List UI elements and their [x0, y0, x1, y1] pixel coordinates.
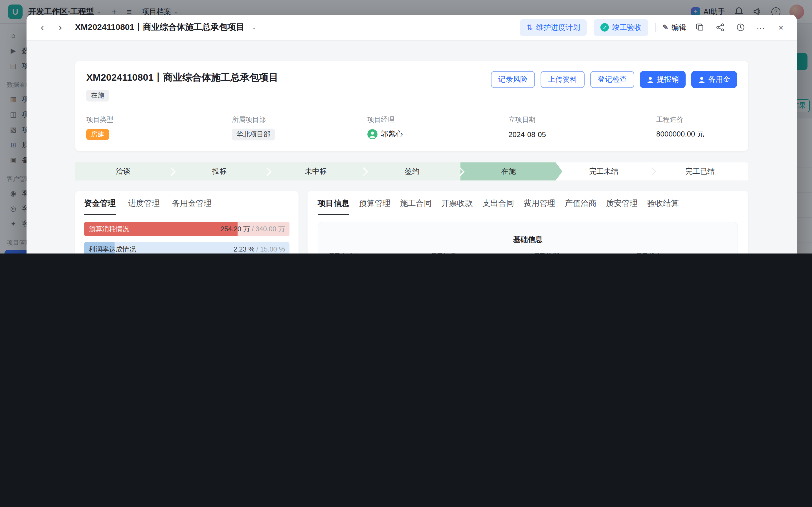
modal-header-actions: ⇅ 维护进度计划 ✓ 竣工验收 ✎ 编辑 [520, 19, 788, 36]
screen: U 开发工作区-工程型 ⌄ + ≡ 项目档案 ⌄ ✦ AI助手 [0, 0, 812, 253]
prev-record-button[interactable]: ‹ [36, 20, 49, 34]
tab[interactable]: 项目信息 [318, 199, 349, 215]
tab[interactable]: 质安管理 [606, 199, 638, 215]
panels: 资金管理进度管理备用金管理 预算消耗情况 254.20 万 / 340.00 万… [75, 190, 748, 253]
field-project-status: 项目状态 在施 [635, 251, 729, 253]
stage-segment[interactable]: 完工未结 [555, 162, 652, 180]
field-project-code: 项目编号 XM2024110801 [430, 251, 524, 253]
more-icon[interactable]: ··· [754, 20, 767, 34]
summary-fields: 项目类型 房建 所属项目部 华北项目部 项目经理 [86, 115, 737, 140]
dept-tag: 华北项目部 [232, 128, 275, 140]
type-tag: 房建 [86, 129, 109, 139]
stage-segment[interactable]: 完工已结 [652, 162, 748, 180]
stage-segment[interactable]: 洽谈 [75, 162, 171, 180]
progress-bars: 预算消耗情况 254.20 万 / 340.00 万 利润率达成情况 2.23 … [84, 222, 289, 253]
modal-header: ‹ › XM2024110801丨商业综合体施工总承包项目 ⌄ ⇅ 维护进度计划… [26, 15, 797, 41]
action-button[interactable]: 提报销 [640, 71, 686, 88]
basic-info-grid: 项目名称* 商业综合体施工总承包项目 项目编号 XM2024110801 项目类… [327, 251, 728, 253]
person-icon [698, 76, 705, 83]
copy-icon[interactable] [693, 20, 706, 34]
tab[interactable]: 进度管理 [128, 199, 160, 215]
tab[interactable]: 支出合同 [482, 199, 514, 215]
person-icon [647, 76, 654, 83]
modal-title: XM2024110801丨商业综合体施工总承包项目 [75, 22, 244, 33]
stage-segment[interactable]: 在施 [461, 162, 562, 180]
action-button[interactable]: 上传资料 [541, 71, 585, 88]
project-info-panel: 项目信息预算管理施工合同开票收款支出合同费用管理产值洽商质安管理验收结算 基础信… [308, 190, 748, 253]
tab[interactable]: 验收结算 [647, 199, 679, 215]
field-project-type: 项目类型 房建 [86, 115, 232, 140]
divider [655, 23, 656, 32]
next-record-button[interactable]: › [54, 20, 67, 34]
check-circle-icon: ✓ [600, 23, 609, 32]
action-button[interactable]: 登记检查 [590, 71, 634, 88]
field-project-type: 项目类型 房建 [532, 251, 626, 253]
tab[interactable]: 开票收款 [441, 199, 473, 215]
stage-segment[interactable]: 投标 [171, 162, 267, 180]
left-tabs: 资金管理进度管理备用金管理 [84, 199, 289, 215]
modal-body: XM2024110801丨商业综合体施工总承包项目 在施 记录风险 [26, 41, 797, 253]
avatar [367, 129, 378, 139]
project-form: 基础信息 项目名称* 商业综合体施工总承包项目 项目编号 XM202411080… [318, 222, 738, 253]
stage-ribbon: 洽谈 投标 未中标 签约 在施 完工未结 完工已结 [75, 162, 748, 180]
field-start-date: 立项日期 2024-08-05 [508, 115, 656, 140]
field-project-manager: 项目经理 郭紫心 [367, 115, 508, 140]
status-badge: 在施 [86, 90, 109, 102]
section-title-basic: 基础信息 [327, 235, 728, 245]
profit-rate-bar: 利润率达成情况 2.23 % / 15.00 % [84, 242, 289, 253]
right-tabs: 项目信息预算管理施工合同开票收款支出合同费用管理产值洽商质安管理验收结算 [318, 199, 738, 215]
field-department: 所属项目部 华北项目部 [232, 115, 367, 140]
stage-segment[interactable]: 签约 [364, 162, 460, 180]
field-project-name: 项目名称* 商业综合体施工总承包项目 [327, 251, 421, 253]
tab[interactable]: 资金管理 [84, 199, 116, 215]
tab[interactable]: 预算管理 [359, 199, 390, 215]
edit-button[interactable]: ✎ 编辑 [662, 22, 686, 33]
completion-acceptance-button[interactable]: ✓ 竣工验收 [594, 19, 648, 36]
stage-segment[interactable]: 未中标 [268, 162, 364, 180]
tab[interactable]: 备用金管理 [172, 199, 212, 215]
history-clock-icon[interactable] [734, 20, 747, 34]
summary-actions: 记录风险 上传资料 [491, 71, 737, 88]
tab[interactable]: 费用管理 [524, 199, 555, 215]
tab[interactable]: 产值洽商 [565, 199, 596, 215]
project-summary-card: XM2024110801丨商业综合体施工总承包项目 在施 记录风险 [75, 61, 748, 151]
pencil-icon: ✎ [662, 23, 669, 32]
maintain-schedule-button[interactable]: ⇅ 维护进度计划 [520, 19, 587, 36]
budget-consumption-bar: 预算消耗情况 254.20 万 / 340.00 万 [84, 222, 289, 236]
fund-management-panel: 资金管理进度管理备用金管理 预算消耗情况 254.20 万 / 340.00 万… [75, 190, 299, 253]
action-button[interactable]: 备用金 [691, 71, 737, 88]
close-icon[interactable]: × [774, 20, 788, 34]
chevron-down-icon[interactable]: ⌄ [251, 24, 256, 31]
project-detail-modal: ‹ › XM2024110801丨商业综合体施工总承包项目 ⌄ ⇅ 维护进度计划… [26, 15, 797, 253]
sort-icon: ⇅ [527, 23, 533, 32]
share-icon[interactable] [713, 20, 727, 34]
action-button[interactable]: 记录风险 [491, 71, 535, 88]
tab[interactable]: 施工合同 [400, 199, 432, 215]
field-project-cost: 工程造价 8000000.00 元 [656, 115, 737, 140]
